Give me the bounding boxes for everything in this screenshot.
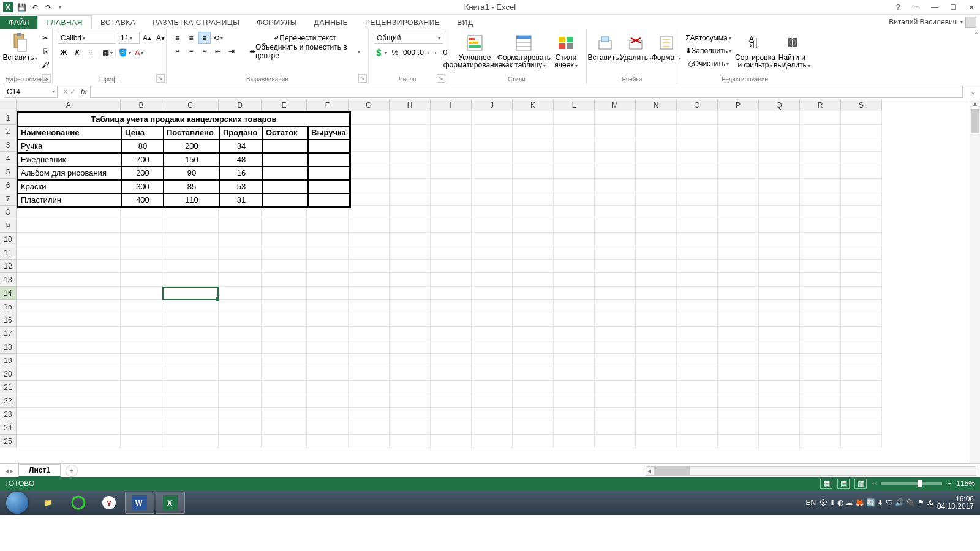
col-header-L[interactable]: L — [554, 99, 595, 111]
app-button-1[interactable] — [64, 492, 93, 514]
cell-G12[interactable] — [349, 260, 390, 273]
cell-R12[interactable] — [800, 260, 841, 273]
cell-B13[interactable] — [121, 273, 162, 287]
table-cell[interactable] — [308, 153, 350, 167]
cell-N17[interactable] — [636, 327, 677, 340]
cell-S7[interactable] — [841, 192, 882, 206]
cell-E9[interactable] — [262, 219, 307, 233]
cell-F9[interactable] — [307, 219, 349, 233]
cell-E14[interactable] — [262, 287, 307, 300]
cell-N19[interactable] — [636, 354, 677, 367]
cell-C22[interactable] — [162, 394, 219, 408]
cell-A12[interactable] — [17, 260, 121, 273]
cell-C17[interactable] — [162, 327, 219, 340]
cell-M13[interactable] — [595, 273, 636, 287]
cell-A9[interactable] — [17, 219, 121, 233]
row-header-13[interactable]: 13 — [0, 273, 17, 287]
cell-K21[interactable] — [513, 381, 554, 394]
cell-D11[interactable] — [219, 246, 262, 260]
table-title[interactable]: Таблица учета продажи канцелярских товар… — [18, 113, 350, 126]
row-header-3[interactable]: 3 — [0, 138, 17, 152]
cell-H9[interactable] — [390, 219, 431, 233]
col-header-S[interactable]: S — [841, 99, 882, 111]
cell-H10[interactable] — [390, 233, 431, 246]
cell-I6[interactable] — [431, 179, 472, 192]
cell-styles-button[interactable]: Стили ячеек▾ — [551, 32, 581, 71]
cell-A24[interactable] — [17, 421, 121, 435]
cell-G24[interactable] — [349, 421, 390, 435]
cell-O21[interactable] — [677, 381, 718, 394]
cell-N3[interactable] — [636, 138, 677, 152]
table-cell[interactable] — [308, 193, 350, 207]
col-header-C[interactable]: C — [162, 99, 219, 111]
cell-N20[interactable] — [636, 367, 677, 381]
cell-L24[interactable] — [554, 421, 595, 435]
cell-R6[interactable] — [800, 179, 841, 192]
cell-M5[interactable] — [595, 165, 636, 179]
cell-S18[interactable] — [841, 340, 882, 354]
cell-L2[interactable] — [554, 125, 595, 138]
cell-S24[interactable] — [841, 421, 882, 435]
cell-N7[interactable] — [636, 192, 677, 206]
cell-K7[interactable] — [513, 192, 554, 206]
table-cell[interactable]: 200 — [164, 140, 220, 153]
cell-N4[interactable] — [636, 152, 677, 165]
file-tab[interactable]: ФАЙЛ — [0, 16, 37, 29]
cell-J15[interactable] — [472, 300, 513, 313]
row-header-11[interactable]: 11 — [0, 246, 17, 260]
cell-S8[interactable] — [841, 206, 882, 219]
cell-C20[interactable] — [162, 367, 219, 381]
cell-O20[interactable] — [677, 367, 718, 381]
cell-D18[interactable] — [219, 340, 262, 354]
cell-L5[interactable] — [554, 165, 595, 179]
cell-D24[interactable] — [219, 421, 262, 435]
tab-home[interactable]: ГЛАВНАЯ — [37, 15, 92, 30]
cell-K14[interactable] — [513, 287, 554, 300]
cell-Q10[interactable] — [759, 233, 800, 246]
cell-J18[interactable] — [472, 340, 513, 354]
cell-R20[interactable] — [800, 367, 841, 381]
cell-C11[interactable] — [162, 246, 219, 260]
cell-P12[interactable] — [718, 260, 759, 273]
cell-R5[interactable] — [800, 165, 841, 179]
new-sheet-button[interactable]: + — [66, 465, 78, 477]
close-button[interactable]: ✕ — [965, 1, 978, 13]
cell-H17[interactable] — [390, 327, 431, 340]
table-cell[interactable] — [308, 180, 350, 193]
cell-I10[interactable] — [431, 233, 472, 246]
number-launcher[interactable]: ↘ — [437, 74, 445, 83]
cell-L25[interactable] — [554, 435, 595, 448]
col-header-E[interactable]: E — [262, 99, 307, 111]
cell-Q4[interactable] — [759, 152, 800, 165]
bold-button[interactable]: Ж — [58, 47, 70, 59]
cell-Q6[interactable] — [759, 179, 800, 192]
cell-P22[interactable] — [718, 394, 759, 408]
row-header-10[interactable]: 10 — [0, 233, 17, 246]
maximize-button[interactable]: ☐ — [947, 1, 959, 13]
enter-formula-button[interactable]: ✓ — [70, 88, 76, 96]
cell-N1[interactable] — [636, 111, 677, 125]
cell-I21[interactable] — [431, 381, 472, 394]
cell-H13[interactable] — [390, 273, 431, 287]
cell-O18[interactable] — [677, 340, 718, 354]
cell-I20[interactable] — [431, 367, 472, 381]
cell-P21[interactable] — [718, 381, 759, 394]
cell-E22[interactable] — [262, 394, 307, 408]
cell-F12[interactable] — [307, 260, 349, 273]
cell-R7[interactable] — [800, 192, 841, 206]
help-button[interactable]: ? — [892, 1, 904, 13]
col-header-B[interactable]: B — [121, 99, 162, 111]
cell-M24[interactable] — [595, 421, 636, 435]
cell-R13[interactable] — [800, 273, 841, 287]
cell-S12[interactable] — [841, 260, 882, 273]
cell-K22[interactable] — [513, 394, 554, 408]
cell-R22[interactable] — [800, 394, 841, 408]
cell-I18[interactable] — [431, 340, 472, 354]
cell-G7[interactable] — [349, 192, 390, 206]
cell-Q7[interactable] — [759, 192, 800, 206]
cell-Q9[interactable] — [759, 219, 800, 233]
cell-K16[interactable] — [513, 313, 554, 327]
cell-J19[interactable] — [472, 354, 513, 367]
align-bottom-button[interactable]: ≡ — [198, 32, 211, 44]
cell-M11[interactable] — [595, 246, 636, 260]
